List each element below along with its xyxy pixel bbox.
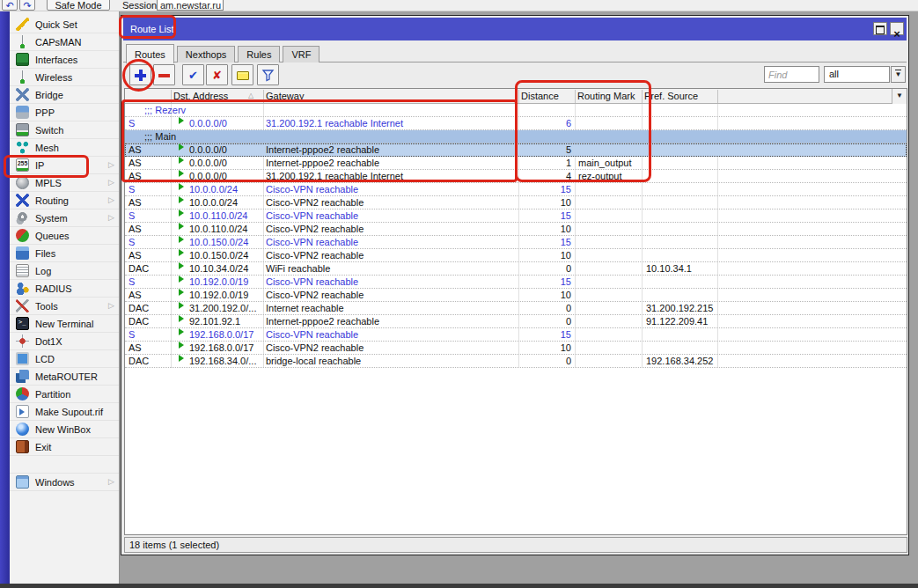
sidebar-item-exit[interactable]: Exit [10, 438, 119, 456]
sidebar-item-partition[interactable]: Partition [10, 386, 119, 403]
route-active-icon [179, 315, 184, 322]
table-row[interactable]: S192.168.0.0/17Cisco-VPN reachable15 [125, 328, 907, 342]
sidebar-item-tools[interactable]: Tools [10, 298, 119, 315]
table-row[interactable]: S10.192.0.0/19Cisco-VPN reachable15 [125, 276, 907, 289]
sidebar-item-wireless[interactable]: Wireless [10, 69, 119, 86]
sidebar-item-label: New Terminal [35, 319, 93, 329]
table-row[interactable]: S10.0.150.0/24Cisco-VPN reachable15 [125, 236, 907, 249]
sidebar-item-queues[interactable]: Queues [10, 227, 119, 245]
redo-arrow-icon[interactable] [19, 0, 35, 11]
table-row[interactable]: AS0.0.0.0/0Internet-pppoe2 reachable1mai… [125, 157, 907, 170]
sidebar-item-quick-set[interactable]: Quick Set [10, 16, 119, 33]
sidebar-item-mpls[interactable]: MPLS [10, 174, 119, 192]
sidebar-item-metarouter[interactable]: MetaROUTER [10, 368, 119, 386]
route-flags: S [129, 117, 135, 129]
close-button[interactable] [890, 22, 904, 35]
column-header-dst-address[interactable]: Dst. Address [173, 89, 228, 103]
tab-routes[interactable]: Routes [126, 44, 174, 63]
sidebar-item-label: Windows [35, 477, 75, 488]
table-row[interactable]: DAC10.10.34.0/24WiFi reachable010.10.34.… [125, 262, 907, 276]
sidebar-item-dot1x[interactable]: Dot1X [10, 333, 119, 350]
route-flags: AS [129, 249, 142, 261]
session-field[interactable] [157, 0, 224, 11]
find-input[interactable] [764, 66, 819, 83]
sidebar-item-label: IP [35, 160, 44, 171]
sidebar-item-make-supout-rif[interactable]: Make Supout.rif [10, 403, 119, 421]
disable-button[interactable] [206, 64, 228, 85]
quick-set-icon [16, 18, 29, 31]
table-section-row[interactable]: ;;; Rezerv [125, 104, 907, 117]
route-flags: DAC [129, 302, 149, 314]
sidebar-item-windows[interactable]: Windows [10, 474, 119, 491]
table-row[interactable]: S0.0.0.0/031.200.192.1 reachable Interne… [125, 117, 907, 130]
sidebar-item-lcd[interactable]: LCD [10, 350, 119, 368]
safe-mode-button[interactable]: Safe Mode [47, 0, 110, 11]
ip-icon [16, 158, 29, 172]
table-row[interactable]: AS10.192.0.0/19Cisco-VPN2 reachable10 [125, 289, 907, 302]
table-row[interactable]: AS0.0.0.0/0Internet-pppoe2 reachable5 [125, 143, 907, 157]
filter-dropdown-icon[interactable] [891, 66, 906, 83]
route-flags: AS [129, 223, 142, 235]
tab-rules[interactable]: Rules [238, 46, 280, 62]
table-row[interactable]: S10.0.0.0/24Cisco-VPN reachable15 [125, 183, 907, 196]
sidebar-item-capsman[interactable]: CAPsMAN [10, 33, 119, 51]
sidebar-item-label: MPLS [35, 178, 62, 188]
table-row[interactable]: AS0.0.0.0/031.200.192.1 reachable Intern… [125, 170, 907, 183]
tab-vrf[interactable]: VRF [283, 46, 319, 62]
sidebar-item-new-terminal[interactable]: New Terminal [10, 315, 119, 333]
sidebar-item-radius[interactable]: RADIUS [10, 280, 119, 298]
tab-nexthops[interactable]: Nexthops [177, 46, 235, 62]
sidebar-item-system[interactable]: System [10, 209, 119, 227]
bottom-edge [0, 584, 918, 588]
route-gateway: Cisco-VPN reachable [266, 276, 358, 288]
column-header-gateway[interactable]: Gateway [266, 89, 304, 103]
sidebar-item-files[interactable]: Files [10, 245, 119, 262]
add-route-button[interactable] [129, 64, 151, 85]
table-row[interactable]: DAC31.200.192.0/...Internet reachable031… [125, 302, 907, 315]
sidebar-item-label: MetaROUTER [35, 371, 98, 382]
route-active-icon [179, 209, 184, 217]
sidebar-item-interfaces[interactable]: Interfaces [10, 51, 119, 69]
table-row[interactable]: DAC92.101.92.1Internet-pppoe2 reachable0… [125, 315, 907, 328]
route-active-icon [179, 276, 184, 283]
sidebar-item-bridge[interactable]: Bridge [10, 86, 119, 104]
enable-button[interactable] [182, 64, 204, 85]
filter-button[interactable] [257, 64, 279, 85]
route-distance: 15 [518, 328, 571, 341]
sidebar-item-ppp[interactable]: PPP [10, 104, 119, 121]
filter-select[interactable]: all [824, 66, 890, 83]
table-row[interactable]: S10.0.110.0/24Cisco-VPN reachable15 [125, 209, 907, 223]
remove-route-button[interactable] [153, 64, 175, 85]
column-header-pref-source[interactable]: Pref. Source [644, 89, 698, 103]
route-distance: 4 [518, 170, 571, 182]
route-pref-source: 10.10.34.1 [646, 262, 692, 275]
column-select-dropdown-icon[interactable] [892, 89, 907, 104]
route-distance: 10 [518, 249, 571, 261]
table-row[interactable]: AS192.168.0.0/17Cisco-VPN2 reachable10 [125, 342, 907, 355]
sidebar-item-switch[interactable]: Switch [10, 121, 119, 139]
table-row[interactable]: DAC192.168.34.0/...bridge-local reachabl… [125, 355, 907, 368]
undo-arrow-icon[interactable] [2, 0, 18, 11]
comment-button[interactable] [231, 64, 253, 85]
maximize-button[interactable] [873, 22, 887, 35]
route-dst-address: 10.192.0.0/19 [189, 289, 248, 301]
table-row[interactable]: AS10.0.110.0/24Cisco-VPN2 reachable10 [125, 223, 907, 236]
sidebar-item-new-winbox[interactable]: New WinBox [10, 421, 119, 438]
files-icon [16, 246, 29, 260]
route-dst-address: 10.192.0.0/19 [189, 276, 248, 288]
table-section-row[interactable]: ;;; Main [125, 130, 907, 143]
sidebar-item-routing[interactable]: Routing [10, 192, 119, 209]
route-active-icon [179, 143, 184, 151]
column-header-routing-mark[interactable]: Routing Mark [577, 89, 635, 103]
sort-ascending-icon [248, 89, 253, 103]
column-header-distance[interactable]: Distance [521, 89, 559, 103]
sidebar-item-ip[interactable]: IP [10, 157, 119, 174]
sidebar-item-label: Exit [35, 442, 51, 452]
sidebar-item-mesh[interactable]: Mesh [10, 139, 119, 157]
sidebar-item-log[interactable]: Log [10, 262, 119, 280]
window-titlebar[interactable]: Route List [123, 18, 907, 40]
route-distance: 15 [518, 236, 571, 248]
table-row[interactable]: AS10.0.0.0/24Cisco-VPN2 reachable10 [125, 196, 907, 209]
table-row[interactable]: AS10.0.150.0/24Cisco-VPN2 reachable10 [125, 249, 907, 262]
route-active-icon [179, 302, 184, 309]
